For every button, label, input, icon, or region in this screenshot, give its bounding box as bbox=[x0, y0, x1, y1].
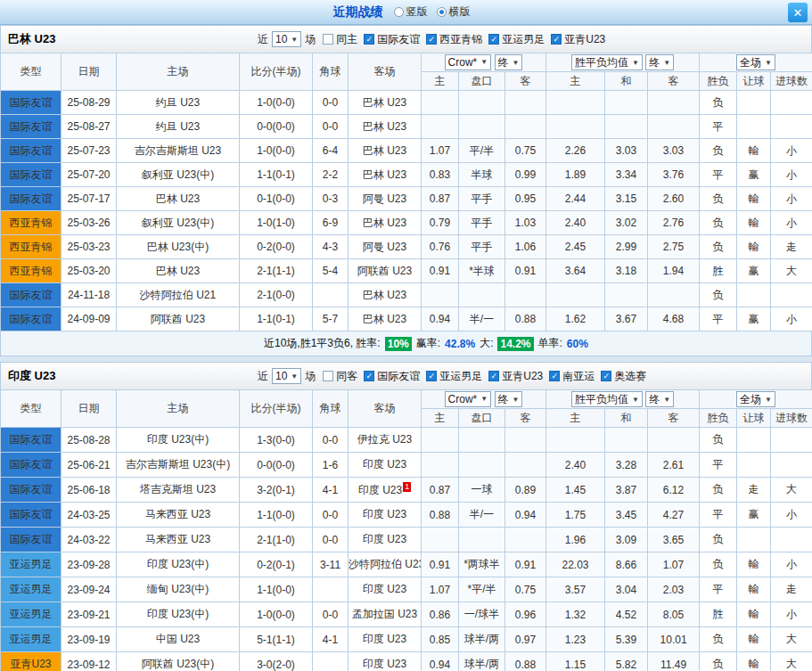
corner-score: 4-3 bbox=[313, 235, 349, 259]
odds-away: 0.94 bbox=[505, 503, 546, 528]
checkbox-intl-friendly[interactable]: 国际友谊 bbox=[364, 369, 420, 384]
filter-bar: 近 10 场 同客国际友谊亚运男足亚青U23南亚运奥选赛 bbox=[258, 368, 652, 384]
avg-draw: 3.67 bbox=[605, 307, 648, 331]
odds-home: 0.86 bbox=[422, 602, 459, 627]
odds-away bbox=[505, 91, 546, 115]
checkbox-checked-icon[interactable] bbox=[426, 34, 437, 45]
radio-vertical-layout[interactable]: 竖版 bbox=[394, 4, 428, 20]
handicap-flag bbox=[737, 453, 771, 478]
checkbox-checked-icon[interactable] bbox=[551, 34, 562, 45]
col-score: 比分(半场) bbox=[240, 390, 313, 428]
goals-flag: 大 bbox=[771, 627, 812, 652]
scope-select[interactable]: 全场 bbox=[736, 391, 775, 407]
col-home: 主场 bbox=[117, 390, 240, 428]
checkbox-asian-games-football[interactable]: 亚运男足 bbox=[426, 369, 482, 384]
checkbox-same-away[interactable]: 同客 bbox=[323, 369, 357, 384]
checkbox-checked-icon[interactable] bbox=[426, 371, 437, 381]
avg-home bbox=[546, 283, 605, 307]
radio-label: 竖版 bbox=[406, 4, 428, 20]
col-avg-draw: 和 bbox=[605, 409, 648, 428]
scope-select[interactable]: 全场 bbox=[736, 54, 775, 70]
checkbox-checked-icon[interactable] bbox=[364, 371, 374, 381]
score: 1-0(0-0) bbox=[240, 602, 313, 627]
avg-away: 2.61 bbox=[648, 453, 700, 478]
col-goals: 进球数 bbox=[771, 409, 812, 428]
corner-score: 6-4 bbox=[313, 139, 349, 163]
score: 1-0(0-0) bbox=[240, 91, 313, 115]
checkbox-same-home[interactable]: 同主 bbox=[323, 32, 357, 47]
checkbox-checked-icon[interactable] bbox=[549, 371, 560, 381]
odds-home: 0.94 bbox=[422, 307, 459, 331]
checkbox-label: 西亚青锦 bbox=[439, 32, 482, 47]
checkbox-west-asia-youth[interactable]: 西亚青锦 bbox=[426, 32, 482, 47]
odds-home bbox=[422, 283, 459, 307]
league-type-badge: 国际友谊 bbox=[1, 115, 62, 139]
avg-stage-select[interactable]: 终 bbox=[645, 54, 674, 70]
odds-stage-select[interactable]: 终 bbox=[495, 391, 523, 407]
checkbox-checked-icon[interactable] bbox=[488, 34, 499, 45]
col-odds-away: 客 bbox=[505, 409, 546, 428]
match-date: 23-09-19 bbox=[62, 627, 117, 652]
checkbox-intl-friendly[interactable]: 国际友谊 bbox=[364, 32, 420, 47]
layout-radio-group: 竖版横版 bbox=[394, 4, 480, 20]
home-team: 吉尔吉斯斯坦 U23(中) bbox=[117, 453, 240, 478]
odds-source-select[interactable]: Crow* bbox=[445, 391, 492, 407]
checkbox-olympic-qualifiers[interactable]: 奥选赛 bbox=[601, 369, 646, 384]
big-rate-badge: 14.2% bbox=[497, 337, 533, 351]
checkbox-unchecked-icon[interactable] bbox=[323, 34, 333, 45]
col-score: 比分(半场) bbox=[240, 53, 313, 91]
result-flag: 平 bbox=[700, 307, 737, 331]
checkbox-checked-icon[interactable] bbox=[488, 371, 499, 381]
radio-unselected-icon[interactable] bbox=[394, 7, 404, 17]
handicap-flag: 輸 bbox=[737, 211, 771, 235]
checkbox-label: 亚青U23 bbox=[502, 369, 543, 384]
checkbox-unchecked-icon[interactable] bbox=[323, 371, 333, 381]
league-type-badge: 国际友谊 bbox=[1, 187, 62, 211]
odds-source-select[interactable]: Crow* bbox=[445, 54, 492, 70]
away-team: 巴林 U23 bbox=[349, 283, 422, 307]
col-odds-home: 主 bbox=[422, 409, 459, 428]
radio-label: 横版 bbox=[449, 4, 471, 20]
checkbox-checked-icon[interactable] bbox=[601, 371, 611, 381]
avg-home bbox=[546, 91, 605, 115]
match-date: 25-08-28 bbox=[62, 428, 117, 453]
odds-stage-select[interactable]: 终 bbox=[495, 54, 523, 70]
goals-flag: 小 bbox=[771, 163, 812, 187]
league-type-badge: 国际友谊 bbox=[1, 428, 62, 453]
odds-handicap-line: 一球 bbox=[459, 478, 505, 503]
odds-away: 0.96 bbox=[505, 602, 546, 627]
avg-home: 1.32 bbox=[546, 602, 605, 627]
avg-away: 4.68 bbox=[648, 307, 700, 331]
home-team: 叙利亚 U23(中) bbox=[117, 211, 240, 235]
avg-type-select[interactable]: 胜平负均值 bbox=[571, 391, 643, 407]
radio-horizontal-layout[interactable]: 横版 bbox=[437, 4, 471, 20]
odds-handicap-line: 半/一 bbox=[459, 307, 505, 331]
checkbox-afc-u23[interactable]: 亚青U23 bbox=[551, 32, 605, 47]
score: 5-1(1-1) bbox=[240, 627, 313, 652]
odds-away bbox=[505, 453, 546, 478]
checkbox-afc-u23[interactable]: 亚青U23 bbox=[488, 369, 543, 384]
home-team: 巴林 U23 bbox=[117, 259, 240, 283]
avg-away: 1.07 bbox=[648, 552, 700, 577]
checkbox-south-asian-games[interactable]: 南亚运 bbox=[549, 369, 595, 384]
checkbox-checked-icon[interactable] bbox=[364, 34, 374, 45]
recent-count-select[interactable]: 10 bbox=[272, 368, 301, 384]
match-date: 25-07-23 bbox=[62, 139, 117, 163]
checkbox-label: 同主 bbox=[336, 32, 357, 47]
score: 1-1(0-0) bbox=[240, 577, 313, 602]
recent-count-select[interactable]: 10 bbox=[272, 31, 301, 47]
avg-stage-select[interactable]: 终 bbox=[645, 391, 674, 407]
checkbox-asian-games-football[interactable]: 亚运男足 bbox=[488, 32, 545, 47]
avg-draw: 3.09 bbox=[605, 528, 648, 552]
avg-dropdown-cell: 胜平负均值 终 bbox=[546, 390, 700, 409]
close-button[interactable]: ✕ bbox=[788, 3, 808, 22]
goals-flag: 小 bbox=[771, 602, 812, 627]
avg-draw: 3.02 bbox=[605, 211, 648, 235]
radio-selected-icon[interactable] bbox=[437, 7, 447, 17]
goals-flag bbox=[771, 453, 812, 478]
col-avg-away: 客 bbox=[648, 409, 700, 428]
goals-flag bbox=[771, 528, 812, 552]
handicap-flag: 輸 bbox=[737, 552, 771, 577]
avg-type-select[interactable]: 胜平负均值 bbox=[571, 54, 643, 70]
odds-handicap-line: 半/一 bbox=[459, 503, 505, 528]
